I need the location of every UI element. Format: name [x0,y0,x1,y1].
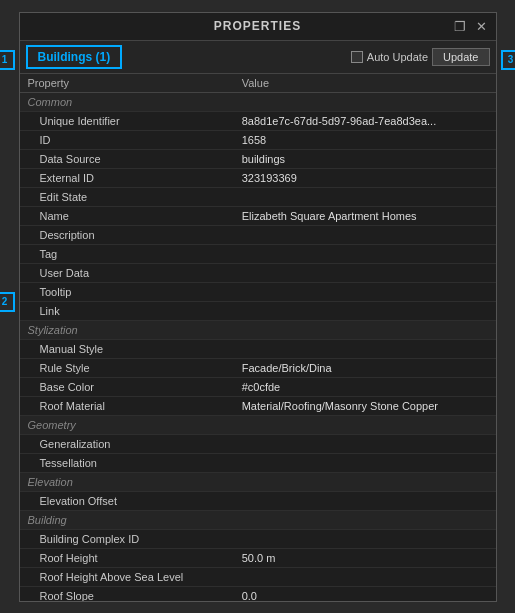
prop-value-cell [234,263,496,282]
table-row[interactable]: Roof MaterialMaterial/Roofing/Masonry St… [20,396,496,415]
table-row[interactable]: Data Sourcebuildings [20,149,496,168]
title-bar: PROPERTIES ❐ ✕ [20,13,496,41]
prop-name-cell: User Data [20,263,234,282]
prop-name-cell: Roof Height [20,548,234,567]
auto-update-area: Auto Update Update [351,48,490,66]
table-row[interactable]: Roof Height Above Sea Level [20,567,496,586]
prop-value-cell: 1658 [234,130,496,149]
prop-name-cell: Edit State [20,187,234,206]
prop-value-cell [234,244,496,263]
table-section-row: Elevation [20,472,496,491]
prop-value-cell: 0.0 [234,586,496,601]
prop-value-cell: #c0cfde [234,377,496,396]
prop-value-cell [234,282,496,301]
table-section-row: Geometry [20,415,496,434]
table-row[interactable]: Elevation Offset [20,491,496,510]
table-row[interactable]: Unique Identifier8a8d1e7c-67dd-5d97-96ad… [20,111,496,130]
table-row[interactable]: Roof Height50.0 m [20,548,496,567]
prop-name-cell: Name [20,206,234,225]
prop-name-cell: Roof Slope [20,586,234,601]
table-row[interactable]: Edit State [20,187,496,206]
table-section-row: Stylization [20,320,496,339]
prop-name-cell: Link [20,301,234,320]
auto-update-checkbox[interactable] [351,51,363,63]
prop-name-cell: Elevation Offset [20,491,234,510]
prop-value-cell: 323193369 [234,168,496,187]
prop-value-cell [234,225,496,244]
prop-value-cell [234,301,496,320]
prop-name-cell: Base Color [20,377,234,396]
badge-3: 3 [501,50,516,70]
table-row[interactable]: Rule StyleFacade/Brick/Dina [20,358,496,377]
prop-value-cell: Material/Roofing/Masonry Stone Copper [234,396,496,415]
table-row[interactable]: Link [20,301,496,320]
prop-value-cell: Facade/Brick/Dina [234,358,496,377]
table-row[interactable]: Tag [20,244,496,263]
prop-name-cell: External ID [20,168,234,187]
table-row[interactable]: Tooltip [20,282,496,301]
prop-name-cell: Building Complex ID [20,529,234,548]
prop-name-cell: Roof Material [20,396,234,415]
table-row[interactable]: ID1658 [20,130,496,149]
prop-value-cell: 8a8d1e7c-67dd-5d97-96ad-7ea8d3ea... [234,111,496,130]
prop-value-cell: Elizabeth Square Apartment Homes [234,206,496,225]
prop-name-cell: Roof Height Above Sea Level [20,567,234,586]
table-row[interactable]: Tessellation [20,453,496,472]
prop-name-cell: Generalization [20,434,234,453]
prop-name-cell: Tag [20,244,234,263]
badge-2: 2 [0,292,15,312]
prop-name-cell: ID [20,130,234,149]
prop-value-cell [234,434,496,453]
table-row[interactable]: NameElizabeth Square Apartment Homes [20,206,496,225]
buildings-tab[interactable]: Buildings (1) [26,45,123,69]
table-row[interactable]: Building Complex ID [20,529,496,548]
prop-value-cell [234,491,496,510]
col-property: Property [20,74,234,93]
col-value: Value [234,74,496,93]
restore-icon[interactable]: ❐ [451,19,469,34]
table-row[interactable]: Base Color#c0cfde [20,377,496,396]
close-icon[interactable]: ✕ [473,19,490,34]
prop-name-cell: Description [20,225,234,244]
panel-title: PROPERTIES [214,19,301,33]
table-row[interactable]: Roof Slope0.0 [20,586,496,601]
table-row[interactable]: Generalization [20,434,496,453]
prop-value-cell: 50.0 m [234,548,496,567]
prop-name-cell: Manual Style [20,339,234,358]
prop-value-cell: buildings [234,149,496,168]
prop-name-cell: Data Source [20,149,234,168]
update-button[interactable]: Update [432,48,489,66]
auto-update-label: Auto Update [367,51,428,63]
prop-value-cell [234,187,496,206]
prop-name-cell: Tooltip [20,282,234,301]
table-row[interactable]: Manual Style [20,339,496,358]
table-row[interactable]: User Data [20,263,496,282]
prop-value-cell [234,567,496,586]
prop-value-cell [234,339,496,358]
table-row[interactable]: External ID323193369 [20,168,496,187]
badge-1: 1 [0,50,15,70]
prop-name-cell: Rule Style [20,358,234,377]
properties-table: Property Value CommonUnique Identifier8a… [20,74,496,601]
prop-value-cell [234,529,496,548]
prop-value-cell [234,453,496,472]
toolbar: Buildings (1) Auto Update Update [20,41,496,74]
table-section-row: Common [20,92,496,111]
table-section-row: Building [20,510,496,529]
properties-panel: PROPERTIES ❐ ✕ Buildings (1) Auto Update… [19,12,497,602]
table-row[interactable]: Description [20,225,496,244]
prop-name-cell: Tessellation [20,453,234,472]
properties-table-area[interactable]: Property Value CommonUnique Identifier8a… [20,74,496,601]
prop-name-cell: Unique Identifier [20,111,234,130]
title-icons: ❐ ✕ [451,19,490,34]
